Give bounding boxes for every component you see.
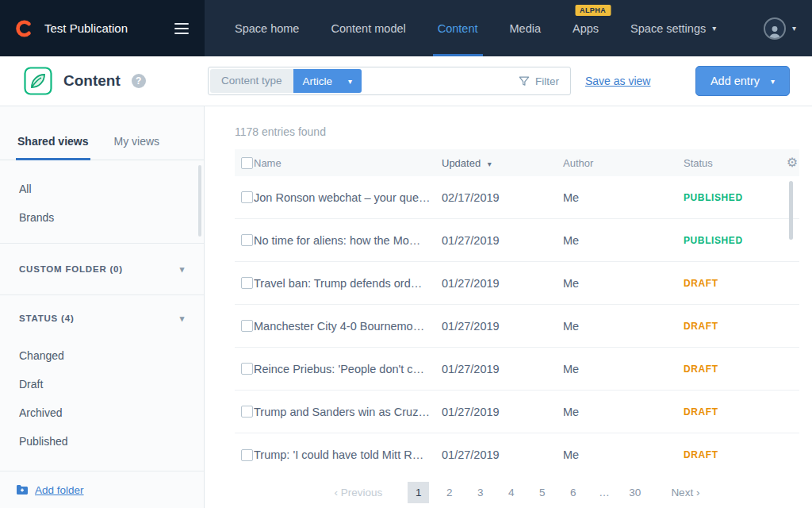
account-menu[interactable]: ▾ bbox=[757, 0, 812, 56]
entry-updated: 01/27/2019 bbox=[442, 406, 563, 418]
views-tabs: Shared views My views bbox=[0, 106, 204, 160]
gear-icon[interactable]: ⚙ bbox=[787, 156, 798, 169]
tab-my-views[interactable]: My views bbox=[114, 135, 160, 160]
entry-name[interactable]: No time for aliens: how the Mo… bbox=[254, 234, 442, 247]
status-badge: PUBLISHED bbox=[684, 235, 782, 246]
page-title: Content bbox=[63, 72, 121, 90]
entry-author: Me bbox=[563, 406, 684, 418]
nav-media[interactable]: Media bbox=[494, 0, 557, 56]
pagination-page[interactable]: 3 bbox=[469, 482, 491, 503]
row-checkbox[interactable] bbox=[241, 277, 253, 289]
contentful-logo-icon[interactable] bbox=[14, 18, 35, 39]
status-badge: DRAFT bbox=[684, 449, 782, 460]
entry-name[interactable]: Travel ban: Trump defends ord… bbox=[254, 277, 442, 290]
entry-name[interactable]: Jon Ronson webchat – your que… bbox=[254, 191, 442, 204]
pagination-page[interactable]: 1 bbox=[408, 482, 429, 503]
entry-updated: 01/27/2019 bbox=[442, 363, 563, 375]
avatar bbox=[764, 17, 786, 40]
custom-folder-label: CUSTOM FOLDER (0) bbox=[19, 264, 123, 274]
chevron-down-icon: ▾ bbox=[792, 24, 796, 33]
collapse-icon: ▾ bbox=[180, 264, 185, 275]
add-entry-button[interactable]: Add entry ▾ bbox=[695, 66, 790, 96]
views-list: All Brands bbox=[0, 160, 204, 243]
row-checkbox[interactable] bbox=[241, 234, 253, 246]
pagination-page[interactable]: 5 bbox=[531, 482, 553, 503]
help-icon[interactable]: ? bbox=[132, 74, 146, 88]
nav-apps[interactable]: ALPHA Apps bbox=[557, 0, 615, 56]
title-area: Content ? bbox=[0, 67, 205, 95]
row-checkbox[interactable] bbox=[241, 363, 253, 375]
status-badge: PUBLISHED bbox=[684, 192, 782, 203]
nav-space-settings[interactable]: Space settings ▾ bbox=[615, 0, 732, 56]
entries-panel: 1178 entries found Name Updated ▾ Author… bbox=[205, 106, 812, 508]
add-folder-label: Add folder bbox=[35, 484, 84, 496]
entry-updated: 01/27/2019 bbox=[442, 234, 563, 247]
tab-shared-views[interactable]: Shared views bbox=[17, 135, 89, 160]
view-item-published[interactable]: Published bbox=[0, 427, 204, 456]
column-name[interactable]: Name bbox=[254, 157, 442, 169]
entry-author: Me bbox=[563, 191, 684, 204]
entry-name[interactable]: Reince Priebus: 'People don't c… bbox=[254, 363, 442, 375]
column-status[interactable]: Status bbox=[684, 157, 782, 169]
entry-author: Me bbox=[563, 234, 684, 247]
table-row[interactable]: Trump and Sanders win as Cruz… 01/27/201… bbox=[235, 391, 799, 433]
status-section-header[interactable]: STATUS (4) ▾ bbox=[0, 295, 204, 341]
view-item-all[interactable]: All bbox=[0, 175, 204, 203]
nav-content[interactable]: Content bbox=[422, 0, 494, 56]
table-row[interactable]: Reince Priebus: 'People don't c… 01/27/2… bbox=[235, 348, 799, 391]
column-author[interactable]: Author bbox=[563, 157, 684, 169]
menu-icon[interactable] bbox=[173, 20, 190, 37]
custom-folder-header[interactable]: CUSTOM FOLDER (0) ▾ bbox=[0, 244, 204, 294]
nav-space-home[interactable]: Space home bbox=[219, 0, 315, 56]
table-scrollbar[interactable] bbox=[789, 181, 793, 240]
status-section: STATUS (4) ▾ Changed Draft Archived Publ… bbox=[0, 294, 204, 456]
entry-updated: 02/17/2019 bbox=[442, 191, 563, 204]
views-sidebar: Shared views My views All Brands CUSTOM … bbox=[0, 106, 205, 508]
add-entry-label: Add entry bbox=[710, 75, 760, 87]
row-checkbox[interactable] bbox=[241, 406, 253, 418]
pagination-next[interactable]: Next › bbox=[671, 487, 699, 498]
content-type-select[interactable]: Article ▾ bbox=[293, 69, 362, 93]
entry-name[interactable]: Trump and Sanders win as Cruz… bbox=[254, 406, 442, 418]
chevron-down-icon: ▾ bbox=[348, 77, 352, 86]
table-header: Name Updated ▾ Author Status ⚙ bbox=[235, 149, 799, 176]
content-type-label: Content type bbox=[210, 69, 293, 93]
entry-author: Me bbox=[563, 363, 684, 375]
view-item-changed[interactable]: Changed bbox=[0, 341, 204, 370]
status-badge: DRAFT bbox=[684, 406, 782, 418]
pagination-page[interactable]: 4 bbox=[500, 482, 522, 503]
view-item-brands[interactable]: Brands bbox=[0, 203, 204, 232]
status-section-label: STATUS (4) bbox=[19, 314, 75, 323]
table-row[interactable]: Manchester City 4-0 Bournemo… 01/27/2019… bbox=[235, 305, 799, 348]
table-row[interactable]: Travel ban: Trump defends ord… 01/27/201… bbox=[235, 262, 799, 305]
entry-author: Me bbox=[563, 320, 684, 333]
filter-bar[interactable]: Content type Article ▾ Filter bbox=[208, 67, 571, 95]
select-all-checkbox[interactable] bbox=[241, 157, 253, 169]
entry-name[interactable]: Manchester City 4-0 Bournemo… bbox=[254, 320, 442, 333]
content-type-value: Article bbox=[303, 75, 333, 87]
view-item-archived[interactable]: Archived bbox=[0, 398, 204, 427]
filter-toggle[interactable]: Filter bbox=[519, 75, 569, 87]
save-as-view-link[interactable]: Save as view bbox=[585, 75, 650, 87]
entry-name[interactable]: Trump: 'I could have told Mitt R… bbox=[254, 448, 442, 461]
row-checkbox[interactable] bbox=[241, 449, 253, 461]
row-checkbox[interactable] bbox=[241, 191, 253, 203]
row-checkbox[interactable] bbox=[241, 320, 253, 332]
table-row[interactable]: No time for aliens: how the Mo… 01/27/20… bbox=[235, 219, 799, 262]
pagination-page[interactable]: 30 bbox=[624, 482, 645, 503]
entry-updated: 01/27/2019 bbox=[442, 277, 563, 290]
sidebar-scrollbar[interactable] bbox=[198, 165, 201, 237]
pagination-page[interactable]: 6 bbox=[562, 482, 584, 503]
content-leaf-icon bbox=[24, 67, 52, 95]
pagination-previous: ‹ Previous bbox=[335, 487, 383, 498]
table-row[interactable]: Trump: 'I could have told Mitt R… 01/27/… bbox=[235, 433, 799, 476]
column-updated[interactable]: Updated ▾ bbox=[442, 157, 563, 169]
pagination-page[interactable]: 2 bbox=[439, 482, 460, 503]
nav-items: Space home Content model Content Media A… bbox=[205, 0, 812, 56]
status-badge: DRAFT bbox=[684, 364, 782, 375]
table-row[interactable]: Jon Ronson webchat – your que… 02/17/201… bbox=[235, 176, 799, 219]
view-item-draft[interactable]: Draft bbox=[0, 370, 204, 398]
space-name: Test Publication bbox=[44, 21, 128, 35]
nav-content-model[interactable]: Content model bbox=[315, 0, 421, 56]
add-folder-link[interactable]: Add folder bbox=[16, 484, 84, 496]
